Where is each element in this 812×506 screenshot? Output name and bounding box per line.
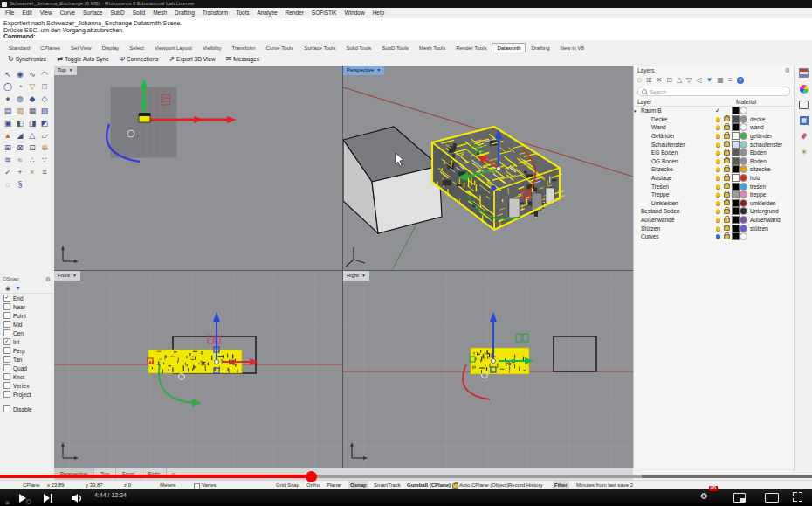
osnap-checkbox[interactable]	[3, 347, 10, 354]
menu-solid[interactable]: Solid	[133, 8, 145, 18]
osnap-checkbox[interactable]	[3, 364, 10, 371]
main-toolbar-icon[interactable]: ▤	[2, 105, 14, 117]
lock-icon[interactable]	[724, 218, 730, 223]
viewport-label-front[interactable]: Front▼	[54, 271, 81, 281]
status-pane-grid-snap[interactable]: Grid Snap	[276, 481, 299, 489]
material-cell[interactable]: Untergrund	[740, 207, 794, 215]
main-toolbar-icon[interactable]: ≋	[2, 154, 14, 166]
osnap-checkbox[interactable]: ✓	[3, 295, 10, 302]
units-pane[interactable]: Meters	[160, 481, 175, 489]
material-cell[interactable]: treppe	[740, 191, 794, 198]
osnap-checkbox[interactable]	[3, 356, 10, 363]
layer-color-swatch[interactable]	[732, 141, 740, 149]
layer-color-swatch[interactable]	[732, 115, 740, 123]
export-3d-view-button[interactable]: ⇗Export 3D View	[166, 55, 217, 64]
layer-row[interactable]: Stützenstützen	[634, 224, 794, 232]
layer-color-swatch[interactable]	[732, 174, 740, 182]
menu-edit[interactable]: Edit	[22, 8, 31, 18]
material-cell[interactable]	[740, 107, 794, 114]
status-pane-ortho[interactable]: Ortho	[306, 481, 320, 489]
osnap-checkbox[interactable]	[3, 321, 10, 328]
osnap-checkbox[interactable]	[3, 329, 10, 336]
lock-icon[interactable]	[724, 158, 730, 163]
layer-color-swatch[interactable]	[732, 107, 740, 114]
layer-color-swatch[interactable]	[732, 207, 740, 215]
move-left-icon[interactable]: ◁	[696, 76, 701, 84]
material-cell[interactable]: holz	[740, 174, 794, 182]
visibility-bulb-icon[interactable]	[716, 234, 720, 239]
toolbar-tab-new-in-v8[interactable]: New in V8	[554, 43, 588, 52]
layer-row[interactable]: Auslageholz	[634, 174, 794, 183]
layer-pane[interactable]: Varies	[202, 481, 217, 489]
materials-panel-tab[interactable]: ▦	[799, 115, 809, 125]
theater-mode-button[interactable]	[765, 493, 779, 503]
visibility-bulb-icon[interactable]	[716, 167, 720, 171]
status-pane-smarttrack[interactable]: SmartTrack	[374, 481, 401, 489]
sun-panel-tab[interactable]: ☀	[799, 147, 809, 156]
layer-row[interactable]: AußenwändeAußenwand	[634, 216, 794, 225]
layer-row[interactable]: Curves	[634, 232, 794, 241]
osnap-item-mid[interactable]: Mid	[0, 320, 53, 329]
connections-button[interactable]: ΨConnections	[116, 55, 161, 64]
material-cell[interactable]	[740, 232, 794, 240]
main-toolbar-icon[interactable]: ◩	[38, 117, 51, 129]
visibility-bulb-icon[interactable]	[716, 192, 720, 197]
osnap-checkbox[interactable]	[3, 391, 10, 398]
lock-icon[interactable]	[724, 125, 730, 130]
viewport-perspective[interactable]: Perspective▼	[343, 66, 633, 270]
material-cell[interactable]: umkleiden	[740, 199, 794, 207]
visibility-bulb-icon[interactable]	[716, 226, 720, 231]
main-toolbar-icon[interactable]: ◌	[2, 178, 14, 191]
search-input[interactable]: Search	[637, 87, 790, 96]
viewport-top[interactable]: Top▼	[54, 66, 342, 270]
toolbar-tab-solid-tools[interactable]: Solid Tools	[341, 43, 376, 52]
visibility-bulb-icon[interactable]	[716, 125, 720, 129]
main-toolbar-icon[interactable]: ×	[26, 166, 38, 178]
material-cell[interactable]: Boden	[740, 157, 794, 165]
main-toolbar-icon[interactable]: ◇	[38, 93, 51, 105]
layer-row[interactable]: Deckedecke	[634, 115, 794, 124]
layer-color-swatch[interactable]	[732, 132, 740, 140]
osnap-item-int[interactable]: ✓Int	[0, 337, 53, 346]
video-scrubber-handle[interactable]	[306, 471, 317, 482]
osnap-item-project[interactable]: Project	[0, 390, 53, 399]
material-cell[interactable]: Boden	[740, 149, 794, 156]
menu-window[interactable]: Window	[345, 8, 365, 18]
viewport-label-right[interactable]: Right▼	[343, 271, 370, 281]
layer-row[interactable]: Geländergeländer	[634, 132, 794, 141]
osnap-checkbox[interactable]	[3, 373, 10, 380]
material-cell[interactable]: decke	[740, 115, 794, 123]
visibility-bulb-icon[interactable]	[716, 142, 720, 147]
menu-view[interactable]: View	[40, 8, 52, 18]
lock-icon[interactable]	[724, 192, 730, 198]
layer-color-swatch[interactable]	[732, 225, 740, 232]
osnap-item-knot[interactable]: Knot	[0, 372, 53, 381]
viewport-label-perspective[interactable]: Perspective▼	[343, 66, 385, 76]
status-pane-auto-cplane-object-[interactable]: Auto CPlane (Object)	[459, 481, 509, 489]
new-sublayer-icon[interactable]: ⊞	[646, 76, 652, 84]
layer-row[interactable]: Wandwand	[634, 123, 794, 132]
lock-icon[interactable]	[724, 167, 730, 172]
play-button[interactable]	[19, 494, 26, 503]
toolbar-tab-render-tools[interactable]: Render Tools	[451, 43, 492, 52]
lock-icon[interactable]	[724, 176, 730, 181]
status-pane-filter[interactable]: Filter	[553, 481, 569, 489]
main-toolbar-icon[interactable]: ∿	[26, 68, 38, 80]
windows-start-icon[interactable]: ⊞	[5, 499, 10, 505]
material-cell[interactable]: Außenwand	[740, 216, 794, 224]
synchronize-button[interactable]: ↻Synchronize	[5, 55, 49, 64]
osnap-checkbox[interactable]	[3, 312, 10, 319]
menu-analyze[interactable]: Analyze	[257, 8, 277, 18]
lock-icon[interactable]	[724, 225, 730, 231]
main-toolbar-icon[interactable]: ▲	[2, 129, 14, 142]
visibility-bulb-icon[interactable]	[716, 117, 720, 121]
material-cell[interactable]: wand	[740, 123, 794, 131]
main-toolbar-icon[interactable]: ●	[2, 93, 14, 105]
layer-color-swatch[interactable]	[732, 157, 740, 165]
visibility-bulb-icon[interactable]	[716, 201, 720, 205]
viewport-right[interactable]: Right▼	[343, 271, 633, 468]
command-history[interactable]: Exportiert nach Schweizer_Johanna_Exchan…	[0, 18, 812, 43]
material-cell[interactable]: geländer	[740, 132, 794, 140]
lock-icon[interactable]	[724, 142, 730, 147]
menu-transform[interactable]: Transform	[203, 8, 228, 18]
